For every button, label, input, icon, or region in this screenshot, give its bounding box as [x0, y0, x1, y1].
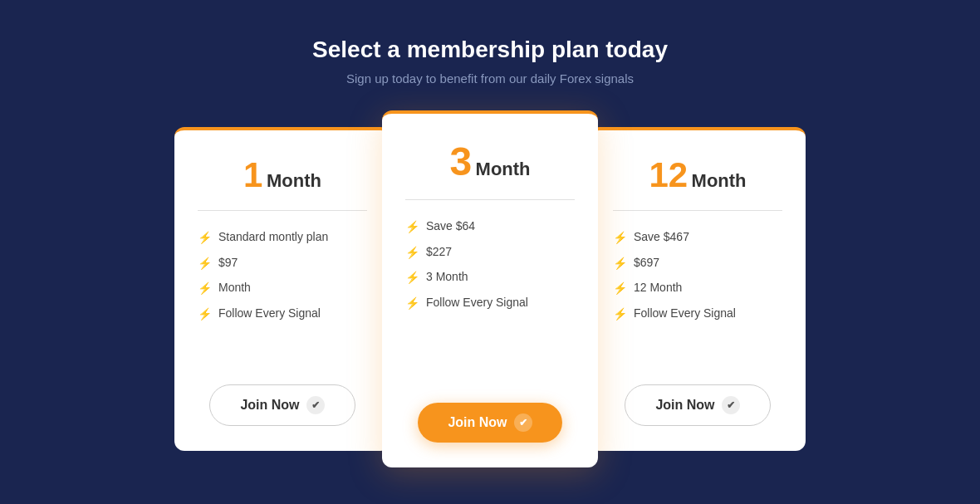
bolt-icon: ⚡ — [405, 296, 419, 312]
list-item: ⚡ Month — [198, 280, 367, 297]
bolt-icon: ⚡ — [198, 256, 212, 272]
list-item: ⚡ 12 Month — [613, 280, 782, 297]
list-item: ⚡ $227 — [405, 244, 575, 262]
plan-divider-12month — [613, 210, 782, 211]
bolt-icon: ⚡ — [405, 245, 419, 262]
plan-features-3month: ⚡ Save $64 ⚡ $227 ⚡ 3 Month ⚡ Follow Eve… — [405, 218, 575, 384]
plan-divider-1month — [198, 210, 367, 211]
join-button-3month[interactable]: Join Now ✔ — [418, 403, 561, 443]
plan-features-1month: ⚡ Standard montly plan ⚡ $97 ⚡ Month ⚡ F… — [198, 229, 367, 366]
list-item: ⚡ Standard montly plan — [198, 229, 367, 247]
check-icon: ✔ — [722, 396, 740, 414]
list-item: ⚡ $697 — [613, 255, 782, 272]
page-title: Select a membership plan today — [312, 37, 668, 63]
join-button-12month[interactable]: Join Now ✔ — [625, 384, 770, 426]
bolt-icon: ⚡ — [198, 281, 212, 297]
list-item: ⚡ Follow Every Signal — [405, 295, 575, 312]
plan-divider-3month — [405, 199, 575, 200]
join-button-1month[interactable]: Join Now ✔ — [209, 384, 355, 426]
plan-title-3month: 3 Month — [449, 139, 530, 184]
plan-unit-1month: Month — [267, 170, 321, 191]
plans-container: 1 Month ⚡ Standard montly plan ⚡ $97 ⚡ M… — [174, 110, 806, 467]
bolt-icon: ⚡ — [613, 306, 627, 323]
plan-features-12month: ⚡ Save $467 ⚡ $697 ⚡ 12 Month ⚡ Follow E… — [613, 229, 782, 366]
bolt-icon: ⚡ — [198, 306, 212, 323]
bolt-icon: ⚡ — [613, 230, 627, 247]
page-header: Select a membership plan today Sign up t… — [312, 37, 668, 86]
list-item: ⚡ 3 Month — [405, 269, 575, 286]
list-item: ⚡ Save $467 — [613, 229, 782, 247]
list-item: ⚡ Save $64 — [405, 218, 575, 236]
bolt-icon: ⚡ — [405, 270, 419, 286]
plan-number-12month: 12 — [649, 155, 688, 194]
plan-unit-12month: Month — [692, 170, 747, 191]
check-icon: ✔ — [514, 413, 532, 432]
page-subtitle: Sign up today to benefit from our daily … — [312, 71, 668, 86]
bolt-icon: ⚡ — [613, 256, 627, 272]
plan-card-3month: 3 Month ⚡ Save $64 ⚡ $227 ⚡ 3 Month ⚡ Fo… — [382, 110, 598, 467]
plan-card-1month: 1 Month ⚡ Standard montly plan ⚡ $97 ⚡ M… — [174, 127, 390, 451]
plan-title-12month: 12 Month — [649, 155, 746, 195]
bolt-icon: ⚡ — [198, 230, 212, 247]
check-icon: ✔ — [306, 396, 325, 414]
list-item: ⚡ Follow Every Signal — [613, 306, 782, 323]
plan-number-3month: 3 — [449, 139, 472, 183]
bolt-icon: ⚡ — [405, 219, 419, 236]
list-item: ⚡ $97 — [198, 255, 367, 272]
bolt-icon: ⚡ — [613, 281, 627, 297]
plan-unit-3month: Month — [476, 159, 531, 179]
plan-card-12month: 12 Month ⚡ Save $467 ⚡ $697 ⚡ 12 Month ⚡… — [590, 127, 806, 451]
plan-number-1month: 1 — [243, 155, 262, 194]
list-item: ⚡ Follow Every Signal — [198, 306, 367, 323]
plan-title-1month: 1 Month — [243, 155, 321, 195]
